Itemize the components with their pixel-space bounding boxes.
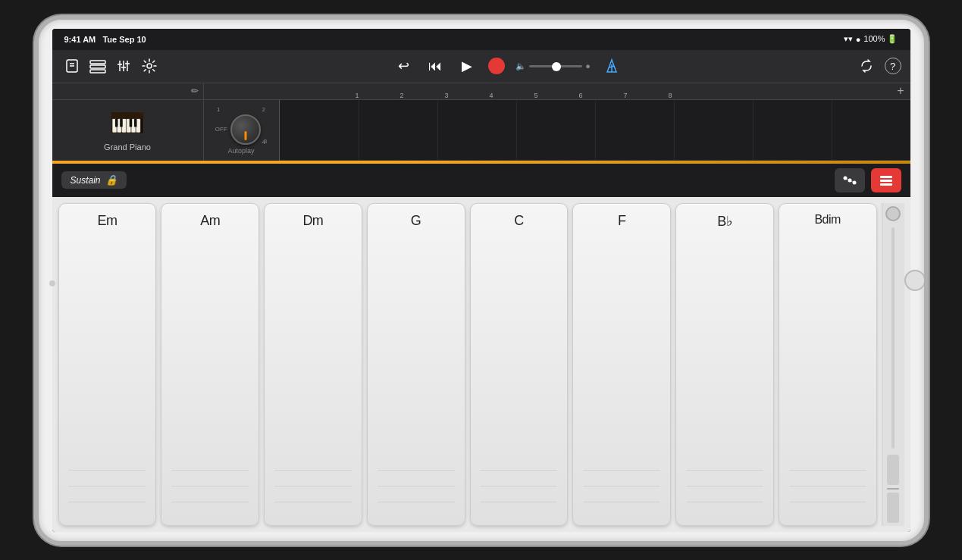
settings-button[interactable] (139, 55, 160, 77)
ruler-mark-5: 5 (534, 92, 538, 99)
svg-line-15 (609, 66, 614, 67)
svg-rect-32 (880, 183, 892, 186)
chord-key-em[interactable]: Em (58, 203, 157, 526)
chord-label-f: F (618, 213, 626, 229)
ruler-mark-6: 6 (579, 92, 583, 99)
chord-key-f[interactable]: F (572, 203, 671, 526)
volume-control[interactable]: 🔈 ● (515, 61, 591, 71)
range-divider (887, 488, 899, 490)
wifi-icon: ▾▾ (844, 34, 853, 44)
svg-rect-5 (90, 70, 105, 73)
new-song-button[interactable] (61, 55, 83, 77)
help-button[interactable]: ? (885, 58, 901, 74)
home-button[interactable] (904, 270, 926, 291)
chord-label-bb: B♭ (717, 213, 732, 230)
chord-label-em: Em (97, 213, 117, 229)
ruler-mark-8: 8 (669, 92, 672, 99)
tracks-view-button[interactable] (87, 55, 108, 77)
chord-label-am: Am (200, 213, 220, 229)
play-button[interactable]: ▶ (456, 55, 478, 77)
battery-icon: 100% 🔋 (863, 34, 898, 44)
svg-point-12 (147, 64, 152, 68)
status-indicators: ▾▾ ● 100% 🔋 (844, 34, 898, 44)
rewind-button[interactable]: ⏮ (425, 55, 446, 77)
chord-label-g: G (411, 213, 421, 229)
add-track-button[interactable]: + (897, 84, 904, 98)
svg-rect-31 (880, 180, 892, 182)
metronome-button[interactable] (601, 55, 622, 77)
toolbar-right: ? (856, 55, 901, 77)
scroll-handle[interactable] (885, 206, 901, 221)
svg-rect-25 (130, 118, 133, 127)
svg-rect-30 (880, 176, 892, 178)
track-controls: 1 2 OFF 3 4 Autoplay (204, 100, 280, 161)
chord-label-bdim: Bdim (814, 213, 840, 227)
ruler-mark-4: 4 (490, 92, 494, 99)
autoplay-knob-control[interactable] (230, 114, 261, 145)
chord-key-bb[interactable]: B♭ (675, 203, 774, 526)
chord-key-g[interactable]: G (367, 203, 465, 526)
track-name: Grand Piano (104, 142, 151, 152)
status-time: 9:41 AM Tue Sep 10 (64, 35, 146, 44)
ruler-mark-3: 3 (445, 92, 449, 99)
track-header[interactable]: Grand Piano (52, 100, 204, 161)
chord-area: Em Am Dm (52, 197, 910, 532)
svg-rect-3 (90, 61, 105, 64)
ruler-mark-1: 1 (356, 92, 359, 99)
ipad-frame: 9:41 AM Tue Sep 10 ▾▾ ● 100% 🔋 (34, 15, 929, 546)
range-indicator-top[interactable] (887, 455, 899, 485)
chord-key-am[interactable]: Am (161, 203, 259, 526)
track-row: Grand Piano 1 2 OFF 3 4 (52, 100, 910, 161)
toolbar: ↩ ⏮ ▶ 🔈 ● ? (52, 50, 910, 83)
undo-button[interactable]: ↩ (393, 55, 414, 77)
chord-label-dm: Dm (302, 213, 323, 229)
svg-rect-4 (90, 65, 105, 68)
timeline-ruler: ✏ 1 2 3 4 5 6 7 8 + (52, 83, 910, 100)
range-indicator-bottom[interactable] (887, 493, 899, 523)
autoplay-knob[interactable]: 1 2 OFF 3 4 Autoplay (215, 106, 267, 155)
chord-key-c[interactable]: C (470, 203, 569, 526)
status-bar: 9:41 AM Tue Sep 10 ▾▾ ● 100% 🔋 (52, 29, 910, 50)
svg-rect-24 (120, 118, 123, 127)
arpeggio-button[interactable] (835, 168, 865, 192)
note-order-button[interactable] (871, 168, 901, 192)
controls-right (835, 168, 901, 192)
instrument-image (108, 109, 146, 139)
svg-rect-26 (134, 118, 137, 127)
ruler-marks: 1 2 3 4 5 6 7 8 (204, 83, 898, 99)
chord-label-c: C (514, 213, 524, 229)
scroll-track (891, 227, 895, 449)
ruler-mark-2: 2 (400, 92, 404, 99)
chord-key-dm[interactable]: Dm (264, 203, 362, 526)
track-lane[interactable] (280, 100, 910, 161)
signal-icon: ● (856, 35, 861, 44)
record-button[interactable] (488, 58, 505, 74)
loop-button[interactable] (856, 55, 877, 77)
toolbar-left (61, 55, 160, 77)
right-panel (882, 203, 904, 526)
mixer-button[interactable] (113, 55, 134, 77)
lock-icon: 🔒 (105, 174, 118, 186)
controls-bar: Sustain 🔒 (52, 164, 910, 197)
chord-key-bdim[interactable]: Bdim (779, 203, 877, 526)
toolbar-center: ↩ ⏮ ▶ 🔈 ● (166, 55, 850, 77)
ruler-mark-7: 7 (624, 92, 628, 99)
sustain-label: Sustain (71, 175, 101, 186)
svg-rect-23 (115, 118, 118, 127)
autoplay-label: Autoplay (227, 147, 254, 155)
side-dot (49, 280, 55, 286)
sustain-button[interactable]: Sustain 🔒 (61, 171, 127, 189)
screen: 9:41 AM Tue Sep 10 ▾▾ ● 100% 🔋 (52, 29, 910, 532)
